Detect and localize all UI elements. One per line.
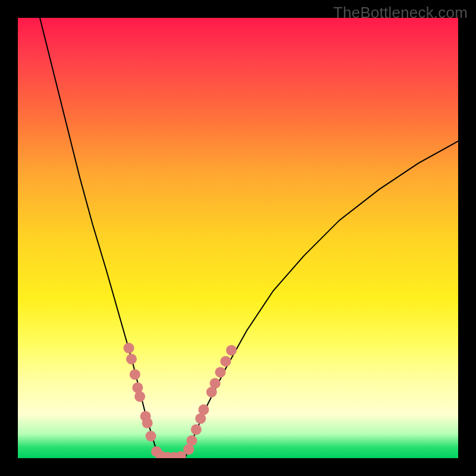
data-point-dot [220,356,231,367]
dot-cluster [124,343,237,458]
data-point-dot [134,391,145,402]
data-point-dot [226,345,237,356]
chart-frame: TheBottleneck.com [0,0,476,476]
data-point-dot [191,424,202,435]
data-point-dot [215,367,226,378]
plot-svg [18,18,458,458]
plot-area [18,18,458,458]
curve-right-branch [185,141,458,458]
data-point-dot [210,378,221,389]
data-point-dot [198,405,209,415]
data-point-dot [126,354,137,365]
data-point-dot [146,431,156,441]
data-point-dot [124,343,134,353]
data-point-dot [142,418,153,428]
data-point-dot [130,369,140,380]
data-point-dot [186,435,197,446]
